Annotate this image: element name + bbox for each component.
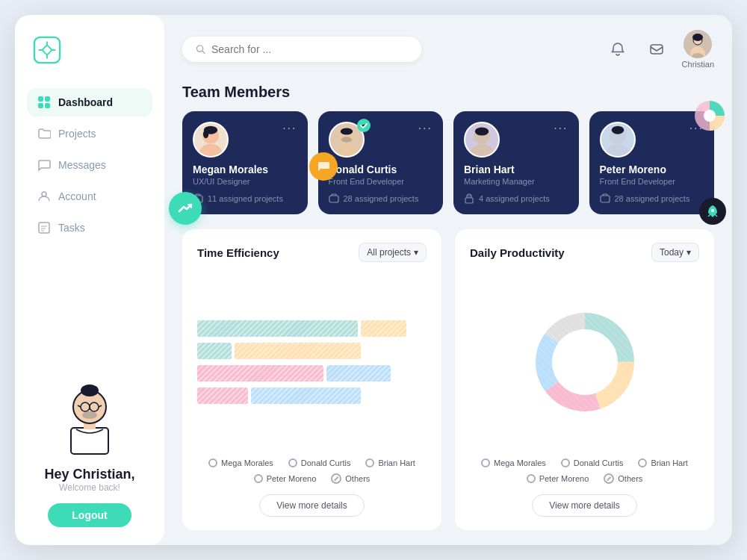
search-bar[interactable] <box>182 37 421 62</box>
header-user[interactable]: Christian <box>682 30 714 69</box>
messages-button[interactable] <box>643 36 670 63</box>
card-projects-3: 4 assigned projects <box>464 193 568 204</box>
svg-rect-6 <box>39 223 49 233</box>
svg-point-11 <box>85 385 94 393</box>
chart-header-efficiency: Time Efficiency All projects ▾ <box>197 243 427 262</box>
account-label: Account <box>58 190 96 202</box>
app-container: Dashboard Projects Messages Account <box>15 15 732 545</box>
header-icons: Christian <box>604 30 714 69</box>
svg-point-32 <box>340 128 353 134</box>
card-more-1[interactable]: ··· <box>282 122 297 135</box>
chat-icon <box>37 158 51 172</box>
svg-rect-39 <box>465 198 473 203</box>
dashboard-label: Dashboard <box>58 96 113 108</box>
sidebar: Dashboard Projects Messages Account <box>15 15 164 545</box>
team-section-title: Team Members <box>182 84 714 101</box>
svg-rect-2 <box>45 96 50 102</box>
checklist-icon <box>37 221 51 234</box>
card-role-4: Front End Developer <box>600 177 704 186</box>
legend-brian: Brian Hart <box>365 458 415 467</box>
efficiency-filter[interactable]: All projects ▾ <box>359 243 427 262</box>
pie-decoration <box>693 99 726 135</box>
svg-rect-35 <box>329 196 338 202</box>
card-role-3: Marketing Manager <box>464 177 568 186</box>
card-top-4: ··· <box>600 122 704 158</box>
legend-donald: Donald Curtis <box>288 458 351 467</box>
prod-legend-others: Others <box>604 473 642 484</box>
legend-peter: Peter Moreno <box>254 473 317 484</box>
svg-rect-46 <box>601 196 610 202</box>
card-name-4: Peter Moreno <box>600 164 704 175</box>
prod-legend-mega: Mega Morales <box>481 458 546 467</box>
rocket-decoration <box>699 198 726 225</box>
header-avatar <box>684 30 712 58</box>
card-top-3: ··· <box>464 122 568 158</box>
productivity-legend: Mega Morales Donald Curtis Brian Hart Pe… <box>470 458 699 484</box>
svg-point-42 <box>704 110 716 122</box>
svg-point-28 <box>203 130 208 138</box>
card-top-2: ··· <box>329 122 433 158</box>
card-projects-1: 11 assigned projects <box>193 193 297 204</box>
card-more-2[interactable]: ··· <box>418 122 433 135</box>
charts-row: Time Efficiency All projects ▾ <box>182 229 714 530</box>
card-projects-4: 28 assigned projects <box>600 193 704 204</box>
logout-button[interactable]: Logout <box>48 503 131 527</box>
card-top-1: ··· <box>193 122 297 158</box>
member-card-1[interactable]: ··· Megan Morales UX/UI Designer 11 assi… <box>182 111 308 214</box>
svg-point-47 <box>711 209 714 212</box>
sidebar-item-dashboard[interactable]: Dashboard <box>27 88 152 116</box>
member-card-3[interactable]: ··· Brian Hart Marketing Manager 4 assig… <box>453 111 579 214</box>
svg-point-36 <box>470 144 495 158</box>
sidebar-item-tasks[interactable]: Tasks <box>27 214 152 242</box>
member-card-4[interactable]: ··· Peter Moreno Front End Developer 28 … <box>589 111 715 214</box>
efficiency-title: Time Efficiency <box>197 246 279 259</box>
svg-rect-3 <box>38 103 43 108</box>
card-role-2: Front End Developer <box>329 177 433 186</box>
bar-row-4 <box>197 388 427 404</box>
team-cards: ··· Megan Morales UX/UI Designer 11 assi… <box>182 111 714 214</box>
svg-point-43 <box>605 144 630 158</box>
welcome-text: Welcome back! <box>59 482 120 493</box>
sidebar-item-account[interactable]: Account <box>27 182 152 211</box>
svg-point-5 <box>42 192 46 196</box>
sidebar-item-messages[interactable]: Messages <box>27 151 152 179</box>
time-efficiency-card: Time Efficiency All projects ▾ <box>182 229 441 530</box>
productivity-view-more[interactable]: View more details <box>532 494 637 517</box>
card-name-1: Megan Morales <box>193 164 297 175</box>
search-input[interactable] <box>211 43 408 55</box>
folder-icon <box>37 127 51 140</box>
productivity-title: Daily Productivity <box>470 246 565 259</box>
svg-rect-1 <box>38 96 43 102</box>
bar-row-2 <box>197 343 427 359</box>
card-avatar-4 <box>600 122 636 158</box>
user-greeting: Hey Christian, <box>44 467 134 482</box>
bar-row-1 <box>197 320 427 337</box>
main-content: Christian Team Members <box>164 15 732 545</box>
legend-mega: Mega Morales <box>208 458 273 467</box>
tasks-label: Tasks <box>58 222 85 234</box>
card-more-3[interactable]: ··· <box>554 122 568 135</box>
efficiency-legend: Mega Morales Donald Curtis Brian Hart Pe… <box>197 458 427 484</box>
header-username: Christian <box>682 60 714 69</box>
svg-point-45 <box>611 126 624 134</box>
card-avatar-3 <box>464 122 500 158</box>
efficiency-view-more[interactable]: View more details <box>259 494 365 517</box>
chart-header-productivity: Daily Productivity Today ▾ <box>470 243 699 262</box>
prod-legend-donald: Donald Curtis <box>561 458 624 467</box>
header: Christian <box>182 30 714 69</box>
logo <box>27 36 152 64</box>
svg-rect-4 <box>45 103 50 108</box>
notification-button[interactable] <box>604 36 631 63</box>
messages-label: Messages <box>58 159 106 171</box>
donut-chart <box>529 306 641 418</box>
projects-label: Projects <box>58 128 96 140</box>
prod-legend-peter: Peter Moreno <box>527 473 589 484</box>
svg-point-17 <box>82 411 97 419</box>
card-name-2: Donald Curtis <box>329 164 433 175</box>
grid-icon <box>37 96 51 109</box>
svg-point-33 <box>341 137 352 142</box>
chat-bubble-badge <box>309 152 338 181</box>
productivity-filter[interactable]: Today ▾ <box>651 243 699 262</box>
svg-point-25 <box>199 144 223 158</box>
sidebar-item-projects[interactable]: Projects <box>27 119 152 148</box>
